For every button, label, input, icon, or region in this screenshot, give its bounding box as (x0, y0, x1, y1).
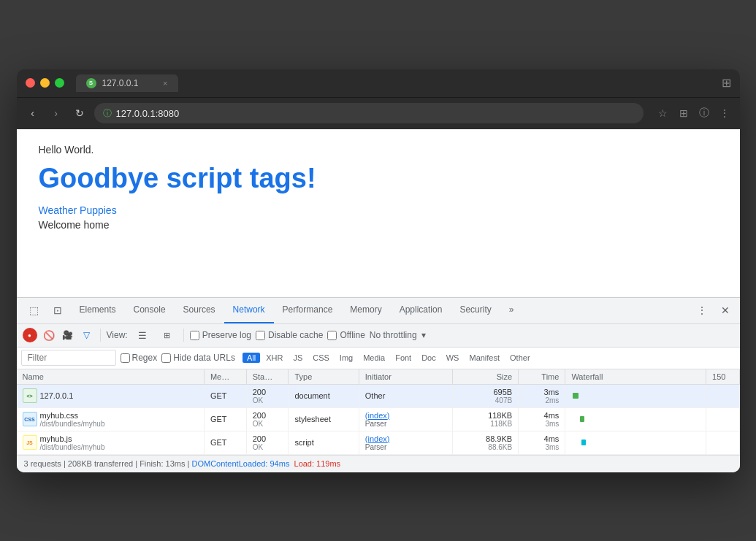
group-view-button[interactable]: ⊞ (157, 325, 177, 345)
filter-type-media[interactable]: Media (359, 353, 389, 363)
table-row[interactable]: JS myhub.js /dist/bundles/myhub GET 200 … (17, 431, 740, 454)
throttle-chevron[interactable]: ▾ (421, 330, 426, 340)
cell-time: 3ms 2ms (519, 384, 565, 407)
filter-button[interactable]: ▽ (80, 328, 94, 342)
tab-close-button[interactable]: × (163, 79, 167, 88)
tab-more[interactable]: » (500, 298, 523, 323)
tab-security[interactable]: Security (451, 298, 500, 323)
filter-type-all[interactable]: All (243, 353, 260, 363)
tab-title: 127.0.0.1 (102, 78, 139, 88)
col-name[interactable]: Name (17, 369, 205, 385)
offline-checkbox[interactable]: Offline (327, 330, 364, 340)
hide-data-urls-checkbox[interactable]: Hide data URLs (161, 353, 235, 363)
reload-button[interactable]: ↻ (71, 104, 88, 122)
cell-type: document (289, 384, 359, 407)
cell-empty (706, 431, 739, 454)
cell-name: CSS myhub.css /dist/bundles/myhub (17, 407, 205, 431)
address-text: 127.0.0.1:8080 (116, 108, 180, 119)
filter-type-js[interactable]: JS (289, 353, 307, 363)
filter-input[interactable] (21, 350, 116, 366)
tab-performance[interactable]: Performance (274, 298, 342, 323)
preserve-log-checkbox[interactable]: Preserve log (190, 330, 251, 340)
filter-type-other[interactable]: Other (505, 353, 535, 363)
cell-waterfall (565, 407, 706, 431)
table-row[interactable]: CSS myhub.css /dist/bundles/myhub GET 20… (17, 407, 740, 431)
address-bar: ‹ › ↻ ⓘ 127.0.0.1:8080 ☆ ⊞ ⓘ ⋮ (17, 97, 740, 129)
devtools-more-button[interactable]: ⋮ (692, 300, 712, 321)
filter-bar: Regex Hide data URLs All XHR JS CSS Img … (17, 348, 740, 369)
menu-button[interactable]: ⋮ (717, 105, 733, 121)
device-icon[interactable]: ⊡ (47, 300, 68, 321)
cell-name: <> 127.0.0.1 (17, 384, 205, 407)
css-icon: CSS (23, 412, 37, 426)
filter-type-css[interactable]: CSS (308, 353, 334, 363)
cell-status: 200 OK (246, 407, 289, 431)
address-input[interactable]: ⓘ 127.0.0.1:8080 (94, 103, 644, 123)
screenshot-button[interactable]: 🎥 (61, 328, 75, 342)
regex-checkbox[interactable]: Regex (121, 353, 158, 363)
clear-button[interactable]: 🚫 (42, 328, 56, 342)
col-initiator[interactable]: Initiator (359, 369, 452, 385)
weather-puppies-link[interactable]: Weather Puppies (39, 204, 718, 216)
title-bar: S 127.0.0.1 × ⊞ (17, 69, 740, 97)
filter-type-xhr[interactable]: XHR (261, 353, 287, 363)
throttle-select[interactable]: No throttling (370, 330, 417, 340)
disable-cache-checkbox[interactable]: Disable cache (256, 330, 323, 340)
extensions-button[interactable]: ⊞ (676, 105, 692, 121)
cell-status: 200 OK (246, 384, 289, 407)
secure-icon: ⓘ (103, 107, 112, 120)
filter-type-manifest[interactable]: Manifest (465, 353, 504, 363)
tab-bar: S 127.0.0.1 × (76, 74, 716, 92)
col-method[interactable]: Me… (204, 369, 246, 385)
page-welcome-text: Welcome home (39, 219, 718, 231)
cell-size: 695B 407B (453, 384, 519, 407)
col-status[interactable]: Sta… (246, 369, 289, 385)
cell-time: 4ms 3ms (519, 431, 565, 454)
status-transferred: 208KB transferred (68, 459, 133, 468)
page-content: Hello World. Goodbye script tags! Weathe… (17, 129, 740, 297)
back-button[interactable]: ‹ (24, 104, 42, 122)
status-sep-1: | (61, 459, 68, 468)
filter-type-ws[interactable]: WS (442, 353, 464, 363)
devtools-close-button[interactable]: ✕ (715, 300, 736, 321)
forward-button[interactable]: › (47, 104, 65, 122)
network-rows: <> 127.0.0.1 GET 200 OK documentOther 69… (17, 384, 740, 454)
cell-initiator: Other (359, 384, 452, 407)
col-size[interactable]: Size (453, 369, 519, 385)
tab-elements[interactable]: Elements (71, 298, 125, 323)
page-main-title: Goodbye script tags! (39, 163, 718, 194)
col-time[interactable]: Time (519, 369, 565, 385)
table-row[interactable]: <> 127.0.0.1 GET 200 OK documentOther 69… (17, 384, 740, 407)
table-header-row: Name Me… Sta… Type Initiator Size Time W… (17, 369, 740, 385)
cell-name: JS myhub.js /dist/bundles/myhub (17, 431, 205, 454)
separator-1 (100, 329, 101, 342)
status-bar: 3 requests | 208KB transferred | Finish:… (17, 455, 740, 472)
col-waterfall[interactable]: Waterfall (565, 369, 706, 385)
status-sep-3: | (185, 459, 191, 468)
js-icon: JS (23, 435, 37, 450)
html-icon: <> (23, 388, 37, 403)
bookmark-button[interactable]: ☆ (655, 105, 671, 121)
record-button[interactable]: ● (23, 328, 37, 342)
dot-red[interactable] (26, 78, 35, 88)
list-view-button[interactable]: ☰ (132, 325, 153, 345)
cell-type: stylesheet (289, 407, 359, 431)
cell-empty (706, 407, 739, 431)
filter-type-doc[interactable]: Doc (417, 353, 440, 363)
dot-green[interactable] (55, 78, 64, 88)
account-button[interactable]: ⓘ (696, 105, 712, 121)
tab-network[interactable]: Network (224, 298, 274, 323)
tab-memory[interactable]: Memory (341, 298, 390, 323)
browser-tab[interactable]: S 127.0.0.1 × (76, 74, 178, 92)
tab-application[interactable]: Application (391, 298, 451, 323)
tab-sources[interactable]: Sources (175, 298, 224, 323)
inspect-icon[interactable]: ⬚ (24, 300, 45, 321)
cell-initiator: (index)Parser (359, 407, 452, 431)
devtools-tab-bar: ⬚ ⊡ Elements Console Sources Network Per… (17, 298, 740, 324)
dot-yellow[interactable] (40, 78, 50, 88)
separator-2 (183, 329, 184, 342)
tab-console[interactable]: Console (125, 298, 175, 323)
filter-type-font[interactable]: Font (391, 353, 416, 363)
filter-type-img[interactable]: Img (335, 353, 357, 363)
col-type[interactable]: Type (289, 369, 359, 385)
